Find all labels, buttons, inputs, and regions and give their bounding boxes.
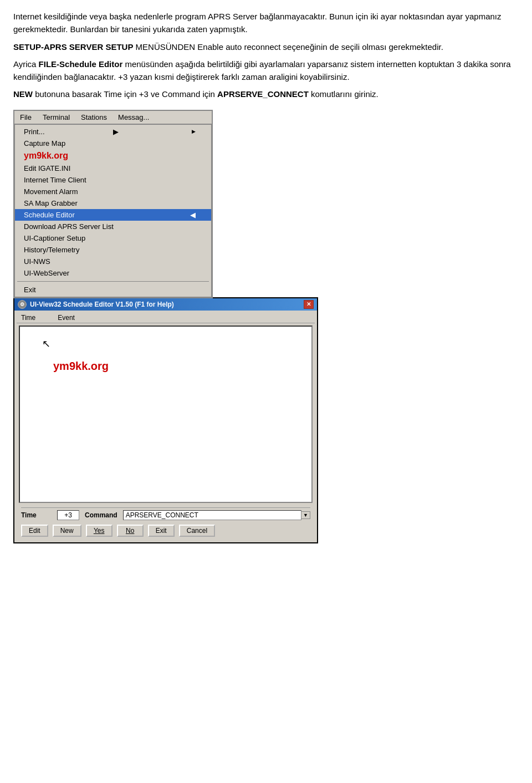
dialog-logo: ym9kk.org: [53, 360, 109, 373]
dialog-title: UI-View32 Schedule Editor V1.50 (F1 for …: [30, 301, 174, 308]
paragraph3-bold: FILE-Schedule Editor: [39, 59, 123, 69]
paragraph2: SETUP-APRS SERVER SETUP MENÜSÜNDEN Enabl…: [13, 40, 519, 53]
menu-bar: File Terminal Stations Messag...: [14, 111, 212, 124]
time-input[interactable]: [57, 510, 79, 520]
paragraph2-bold: SETUP-APRS SERVER SETUP: [13, 42, 133, 52]
screenshot-area: File Terminal Stations Messag... Print..…: [13, 110, 519, 543]
menu-separator: [17, 281, 209, 282]
menu-item-print[interactable]: Print... ▶: [15, 126, 211, 138]
paragraph4-bold1: NEW: [13, 89, 33, 99]
dialog-list-area[interactable]: ↖ ym9kk.org: [19, 326, 313, 503]
paragraph2-rest: MENÜSÜNDEN Enable auto reconnect seçeneğ…: [133, 42, 443, 52]
dialog-titlebar: ⚙ UI-View32 Schedule Editor V1.50 (F1 fo…: [14, 298, 317, 311]
dialog-buttons-row: Edit New Yes No Exit Cancel: [21, 522, 310, 538]
page-content: Internet kesildiğinde veya başka nedenle…: [13, 10, 519, 543]
menu-window: File Terminal Stations Messag... Print..…: [13, 110, 213, 298]
menubar-terminal[interactable]: Terminal: [37, 112, 75, 123]
command-dropdown-button[interactable]: ▼: [301, 511, 310, 519]
paragraph4-rest2: komutlarını giriniz.: [309, 89, 378, 99]
paragraph4-rest1: butonuna basarak Time için +3 ve Command…: [33, 89, 217, 99]
menu-item-download-aprs[interactable]: Download APRS Server List: [15, 221, 211, 232]
dialog-content: Time Event ↖ ym9kk.org Time Command: [14, 311, 317, 542]
menu-item-ui-webserver[interactable]: UI-WebServer: [15, 267, 211, 279]
menu-item-ui-nws[interactable]: UI-NWS: [15, 256, 211, 267]
schedule-editor-dialog: ⚙ UI-View32 Schedule Editor V1.50 (F1 fo…: [13, 297, 318, 543]
paragraph3-prefix: Ayrica: [13, 59, 39, 69]
dialog-icon: ⚙: [18, 300, 27, 309]
command-label: Command: [85, 511, 117, 519]
menu-item-exit[interactable]: Exit: [15, 284, 211, 296]
command-input[interactable]: [123, 510, 301, 520]
paragraph4: NEW butonuna basarak Time için +3 ve Com…: [13, 88, 519, 100]
menu-item-internet-time[interactable]: Internet Time Client: [15, 174, 211, 186]
menu-item-edit-igate[interactable]: Edit IGATE.INI: [15, 162, 211, 174]
menu-item-capture-map[interactable]: Capture Map: [15, 138, 211, 149]
dialog-close-button[interactable]: ✕: [304, 300, 314, 309]
menu-item-history[interactable]: History/Telemetry: [15, 244, 211, 256]
menu-item-movement-alarm[interactable]: Movement Alarm: [15, 186, 211, 197]
menu-item-schedule-editor[interactable]: Schedule Editor ◀: [15, 209, 211, 221]
paragraph4-bold2: APRSERVE_CONNECT: [217, 89, 309, 99]
menu-dropdown: Print... ▶ Capture Map ym9kk.org Edit IG…: [14, 124, 212, 297]
yes-underline: Yes: [94, 527, 105, 535]
paragraph3: Ayrica FILE-Schedule Editor menüsünden a…: [13, 58, 519, 84]
menu-logo: ym9kk.org: [15, 149, 211, 162]
menu-item-sa-map-grabber[interactable]: SA Map Grabber: [15, 197, 211, 209]
exit-button[interactable]: Exit: [148, 525, 175, 537]
paragraph1: Internet kesildiğinde veya başka nedenle…: [13, 10, 519, 36]
arrow-icon: ▶: [113, 128, 119, 136]
selected-arrow-icon: ◀: [190, 211, 196, 219]
cancel-button[interactable]: Cancel: [179, 525, 215, 537]
menubar-file[interactable]: File: [14, 112, 37, 123]
dialog-bottom: Time Command ▼ Edit New Yes: [17, 505, 315, 540]
menubar-stations[interactable]: Stations: [75, 112, 112, 123]
dialog-fields-row: Time Command ▼: [21, 507, 310, 520]
dialog-wrapper: ⚙ UI-View32 Schedule Editor V1.50 (F1 fo…: [13, 297, 519, 543]
new-button[interactable]: New: [53, 525, 81, 537]
list-header-time: Time: [21, 314, 35, 322]
list-header-event: Event: [58, 314, 75, 322]
yes-button[interactable]: Yes: [86, 525, 112, 537]
intro-text: Internet kesildiğinde veya başka nedenle…: [13, 10, 519, 101]
menubar-messages[interactable]: Messag...: [112, 112, 155, 123]
cursor-icon: ↖: [42, 338, 50, 350]
time-label: Time: [21, 511, 52, 519]
no-underline: No: [126, 527, 134, 535]
dialog-list-header: Time Event: [17, 313, 315, 323]
no-button[interactable]: No: [117, 525, 144, 537]
edit-button[interactable]: Edit: [21, 525, 48, 537]
command-field-wrapper: ▼: [123, 510, 310, 520]
menu-item-ui-captioner[interactable]: UI-Captioner Setup: [15, 232, 211, 244]
